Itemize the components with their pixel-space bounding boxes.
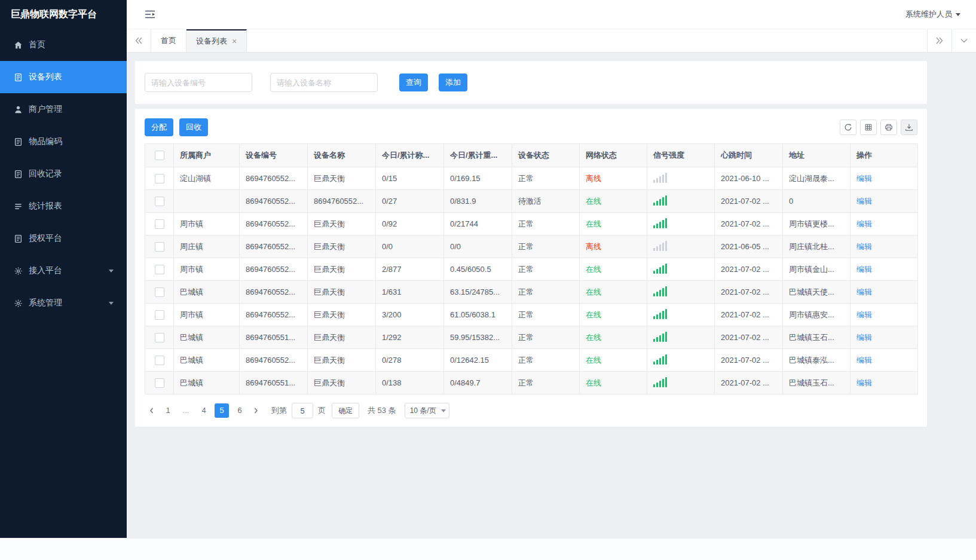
cell-device-name: 巨鼎天衡 bbox=[308, 213, 376, 235]
edit-link[interactable]: 编辑 bbox=[856, 356, 872, 365]
cell-checkbox bbox=[145, 190, 174, 213]
confirm-jump-button[interactable]: 确定 bbox=[332, 403, 359, 418]
prev-page-button[interactable] bbox=[145, 403, 159, 418]
select-all-checkbox[interactable] bbox=[155, 151, 164, 160]
device-name-input[interactable] bbox=[270, 73, 378, 92]
edit-link[interactable]: 编辑 bbox=[856, 333, 872, 342]
page-size-select[interactable]: 10 条/页 bbox=[405, 403, 449, 418]
sidebar-item-system-management[interactable]: 系统管理 bbox=[0, 287, 127, 319]
sidebar-item-merchant-management[interactable]: 商户管理 bbox=[0, 93, 127, 126]
edit-link[interactable]: 编辑 bbox=[856, 197, 872, 206]
column-header-device-name: 设备名称 bbox=[308, 144, 376, 167]
page-button-5[interactable]: 5 bbox=[215, 403, 229, 418]
cell-heartbeat: 2021-07-02 ... bbox=[715, 304, 783, 326]
cell-device-status: 正常 bbox=[512, 167, 580, 190]
cell-address: 0 bbox=[783, 190, 850, 213]
edit-link[interactable]: 编辑 bbox=[856, 265, 872, 274]
device-no-input[interactable] bbox=[145, 73, 252, 92]
column-settings-button[interactable] bbox=[860, 120, 877, 135]
cell-network-status: 离线 bbox=[580, 235, 647, 258]
cell-merchant: 周市镇 bbox=[174, 213, 240, 235]
network-status-text: 在线 bbox=[586, 219, 601, 228]
tabs-scroll-left-button[interactable] bbox=[127, 29, 151, 52]
sidebar-item-item-code[interactable]: 物品编码 bbox=[0, 126, 127, 158]
page-button-6[interactable]: 6 bbox=[232, 403, 247, 418]
doc-icon bbox=[13, 169, 23, 179]
cell-device-name: 巨鼎天衡 bbox=[308, 258, 376, 281]
edit-link[interactable]: 编辑 bbox=[856, 242, 872, 251]
table-row: 巴城镇8694760552...巨鼎天衡1/63163.15/24785...正… bbox=[145, 281, 918, 304]
row-checkbox[interactable] bbox=[155, 265, 164, 274]
row-checkbox[interactable] bbox=[155, 174, 164, 183]
cell-checkbox bbox=[145, 235, 174, 258]
cell-checkbox bbox=[145, 304, 174, 326]
cell-today-count: 1/292 bbox=[376, 326, 444, 349]
edit-link[interactable]: 编辑 bbox=[856, 310, 872, 319]
cell-actions: 编辑 bbox=[850, 190, 918, 213]
cell-device-no: 8694760552... bbox=[240, 349, 308, 372]
add-button[interactable]: 添加 bbox=[439, 74, 467, 91]
cell-actions: 编辑 bbox=[850, 258, 918, 281]
cell-device-name: 巨鼎天衡 bbox=[308, 167, 376, 190]
tab-home[interactable]: 首页 bbox=[151, 29, 186, 52]
sidebar-item-device-list[interactable]: 设备列表 bbox=[0, 61, 127, 93]
page-button-1[interactable]: 1 bbox=[161, 403, 175, 418]
cell-heartbeat: 2021-07-02 ... bbox=[715, 326, 783, 349]
cell-heartbeat: 2021-06-05 ... bbox=[715, 235, 783, 258]
signal-strength-icon bbox=[653, 218, 667, 228]
row-checkbox[interactable] bbox=[155, 356, 164, 365]
table-row: 巴城镇8694760552...巨鼎天衡0/2780/12642.15正常在线2… bbox=[145, 349, 918, 372]
next-page-button[interactable] bbox=[249, 403, 263, 418]
sidebar-collapse-icon[interactable] bbox=[145, 10, 155, 19]
cell-device-status: 待激活 bbox=[512, 190, 580, 213]
cell-address: 巴城镇泰泓... bbox=[783, 349, 850, 372]
network-status-text: 在线 bbox=[586, 197, 601, 206]
signal-strength-icon bbox=[653, 332, 667, 342]
recycle-button[interactable]: 回收 bbox=[179, 118, 208, 136]
row-checkbox[interactable] bbox=[155, 333, 164, 342]
cell-device-status: 正常 bbox=[512, 372, 580, 394]
cell-checkbox bbox=[145, 213, 174, 235]
assign-button[interactable]: 分配 bbox=[145, 118, 173, 136]
edit-link[interactable]: 编辑 bbox=[856, 287, 872, 296]
edit-link[interactable]: 编辑 bbox=[856, 378, 872, 387]
cell-device-no: 8694760552... bbox=[240, 213, 308, 235]
page-button-4[interactable]: 4 bbox=[197, 403, 211, 418]
cell-checkbox bbox=[145, 167, 174, 190]
tabs-scroll-right-button[interactable] bbox=[927, 29, 951, 52]
app-title: 巨鼎物联网数字平台 bbox=[0, 0, 127, 29]
cell-device-status: 正常 bbox=[512, 349, 580, 372]
cell-checkbox bbox=[145, 281, 174, 304]
user-menu[interactable]: 系统维护人员 bbox=[905, 9, 960, 20]
sidebar-item-recycle-record[interactable]: 回收记录 bbox=[0, 158, 127, 190]
page-jump-input[interactable] bbox=[292, 403, 313, 418]
row-checkbox[interactable] bbox=[155, 287, 164, 297]
close-tab-icon[interactable]: × bbox=[232, 37, 237, 45]
cell-signal bbox=[647, 235, 715, 258]
tabs-menu-button[interactable] bbox=[951, 29, 976, 52]
row-checkbox[interactable] bbox=[155, 197, 164, 206]
cell-today-count: 1/631 bbox=[376, 281, 444, 304]
cell-heartbeat: 2021-06-10 ... bbox=[715, 167, 783, 190]
query-button[interactable]: 查询 bbox=[399, 74, 428, 91]
tab-device-list[interactable]: 设备列表× bbox=[186, 29, 247, 52]
row-checkbox[interactable] bbox=[155, 310, 164, 320]
row-checkbox[interactable] bbox=[155, 219, 164, 229]
sidebar-item-auth-platform[interactable]: 授权平台 bbox=[0, 222, 127, 255]
export-button[interactable] bbox=[901, 120, 917, 135]
sidebar-item-home[interactable]: 首页 bbox=[0, 29, 127, 61]
refresh-button[interactable] bbox=[840, 120, 856, 135]
network-status-text: 离线 bbox=[586, 174, 601, 183]
signal-strength-icon bbox=[653, 173, 667, 183]
row-checkbox[interactable] bbox=[155, 378, 164, 388]
row-checkbox[interactable] bbox=[155, 242, 164, 252]
total-count-label: 共 53 条 bbox=[368, 405, 396, 416]
edit-link[interactable]: 编辑 bbox=[856, 174, 872, 183]
edit-link[interactable]: 编辑 bbox=[856, 219, 872, 228]
sidebar-item-label: 首页 bbox=[29, 39, 45, 50]
print-button[interactable] bbox=[880, 120, 897, 135]
sidebar-item-stats-report[interactable]: 统计报表 bbox=[0, 190, 127, 222]
cell-signal bbox=[647, 281, 715, 304]
sidebar-item-access-platform[interactable]: 接入平台 bbox=[0, 255, 127, 287]
page-ellipsis: ... bbox=[179, 403, 193, 418]
